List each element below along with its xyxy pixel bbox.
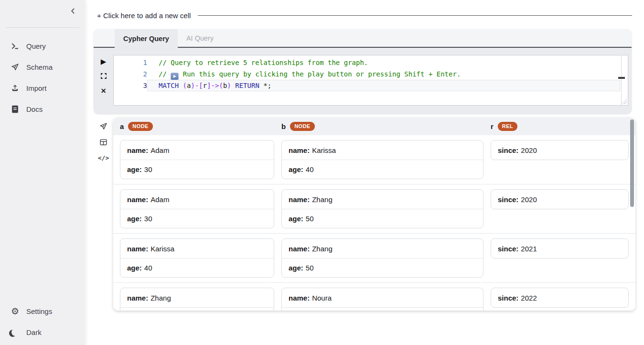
- results-rows: name:Adamage:30name:Karissaage:40since:2…: [113, 135, 635, 311]
- column-name: a: [120, 122, 124, 130]
- code-lines: 1 // Query to retrieve 5 relationships f…: [114, 57, 628, 91]
- property: name:Zhang: [282, 239, 483, 258]
- paper-plane-icon: [99, 122, 107, 130]
- prop-card: since:2020: [491, 140, 629, 160]
- type-badge: NODE: [128, 122, 152, 131]
- property-value: 2020: [521, 195, 537, 204]
- property: age:30: [120, 209, 274, 228]
- prop-card: name:Karissaage:40: [120, 238, 274, 278]
- property-value: Zhang: [312, 245, 333, 253]
- sidebar-item-query[interactable]: Query: [0, 35, 85, 56]
- sidebar-item-label: Settings: [26, 307, 52, 315]
- expand-button[interactable]: [100, 72, 107, 80]
- prop-card: name:Adamage:30: [120, 140, 274, 179]
- code-line-2[interactable]: 2 // ▶ Run this query by clicking the pl…: [114, 68, 628, 80]
- sidebar-item-settings[interactable]: ⚙ Settings: [0, 301, 85, 322]
- code-line-1[interactable]: 1 // Query to retrieve 5 relationships f…: [114, 57, 628, 68]
- sidebar-item-dark[interactable]: Dark: [0, 322, 85, 343]
- results-header: a NODE b NODE r REL: [113, 118, 635, 135]
- chevron-left-icon: [70, 8, 76, 16]
- sidebar-item-docs[interactable]: Docs: [0, 98, 85, 119]
- property-value: 2022: [521, 294, 537, 302]
- property-value: Adam: [150, 195, 169, 204]
- property-value: 2020: [521, 146, 537, 154]
- view-graph-button[interactable]: [99, 121, 107, 131]
- property: age:40: [120, 258, 274, 277]
- play-icon: ▶: [101, 58, 107, 65]
- tab-ai[interactable]: AI Query: [178, 29, 222, 47]
- play-button-emoji: ▶: [171, 73, 179, 80]
- type-badge: REL: [498, 122, 517, 131]
- result-row-4: name:Zhangname:Nourasince:2022: [113, 282, 635, 311]
- property-key: name:: [127, 294, 148, 302]
- results-panel: a NODE b NODE r REL name:Adamage:30name:…: [113, 118, 635, 311]
- prop-card: name:Adamage:30: [120, 189, 274, 228]
- sidebar-footer: ⚙ Settings Dark: [0, 301, 85, 345]
- prop-card: since:2022: [491, 288, 629, 308]
- editor-row: ▶✕ 1 // Query to retrieve 5 relationship…: [94, 48, 632, 106]
- add-cell-button[interactable]: + Click here to add a new cell: [97, 11, 632, 19]
- sidebar-item-label: Dark: [26, 328, 42, 336]
- property-value: Karissa: [312, 146, 336, 154]
- property: age:40: [282, 160, 483, 179]
- property: name:Karissa: [120, 239, 274, 258]
- sidebar-item-label: Docs: [26, 105, 43, 113]
- editor-scrollbar-thumb[interactable]: [618, 77, 625, 79]
- property-key: age:: [289, 215, 303, 223]
- property: name:Noura: [282, 288, 483, 307]
- resize-grip[interactable]: [622, 99, 627, 104]
- property-key: name:: [127, 245, 148, 253]
- sidebar-item-label: Schema: [26, 63, 53, 71]
- property-key: age:: [127, 165, 142, 173]
- code-editor[interactable]: 1 // Query to retrieve 5 relationships f…: [113, 55, 628, 106]
- property-value: 2021: [521, 245, 537, 253]
- property-key: since:: [498, 245, 518, 253]
- column-name: b: [281, 122, 286, 130]
- property-value: Zhang: [150, 294, 171, 302]
- editor-scrollbar[interactable]: [621, 55, 622, 105]
- run-button[interactable]: ▶: [101, 57, 107, 65]
- results-section: </> a NODE b NODE r REL name:Adamage:30n…: [94, 118, 635, 311]
- code-line-3[interactable]: 3 MATCH (a)-[r]->(b) RETURN *;: [114, 80, 628, 91]
- tab-cypher[interactable]: Cypher Query: [115, 29, 178, 48]
- property-key: age:: [289, 165, 303, 173]
- property: since:2020: [491, 190, 628, 209]
- line-number: 1: [114, 57, 147, 68]
- property-key: name:: [127, 146, 148, 154]
- property-key: age:: [289, 264, 303, 272]
- property: [120, 307, 274, 311]
- property-value: 30: [144, 215, 152, 223]
- sidebar-item-import[interactable]: Import: [0, 77, 85, 98]
- main-area: + Click here to add a new cell Cypher Qu…: [85, 0, 644, 345]
- prop-card: name:Zhangage:50: [281, 238, 483, 278]
- close-button[interactable]: ✕: [101, 86, 107, 95]
- result-row-3: name:Karissaage:40name:Zhangage:50since:…: [113, 233, 635, 282]
- sidebar-item-schema[interactable]: Schema: [0, 56, 85, 77]
- property: name:Adam: [120, 190, 274, 209]
- property: [282, 307, 483, 311]
- property-key: age:: [127, 264, 142, 272]
- property-key: name:: [289, 294, 310, 302]
- property: age:50: [282, 258, 483, 277]
- property: since:2020: [491, 140, 628, 160]
- sidebar-collapse-button[interactable]: [70, 8, 76, 14]
- property: since:2021: [491, 239, 628, 258]
- close-icon: ✕: [101, 87, 107, 94]
- table-view-icon: [99, 138, 107, 146]
- terminal-icon: [11, 42, 20, 50]
- prop-card: name:Zhangage:50: [281, 189, 483, 228]
- add-cell-label: + Click here to add a new cell: [97, 11, 191, 20]
- sidebar-divider: [6, 27, 79, 28]
- add-cell-divider: [198, 15, 632, 16]
- property: name:Karissa: [282, 140, 483, 160]
- column-header-a: a NODE: [120, 122, 274, 131]
- property-key: since:: [498, 294, 518, 302]
- editor-toolbar: ▶✕: [94, 55, 113, 106]
- view-table-button[interactable]: [99, 137, 107, 147]
- results-scrollbar-thumb[interactable]: [630, 119, 634, 207]
- column-name: r: [491, 122, 494, 130]
- property-key: name:: [127, 195, 148, 204]
- query-cell: Cypher QueryAI Query ▶✕ 1 // Query to re…: [94, 29, 632, 114]
- property-value: 50: [306, 264, 314, 272]
- view-code-button[interactable]: </>: [98, 153, 109, 162]
